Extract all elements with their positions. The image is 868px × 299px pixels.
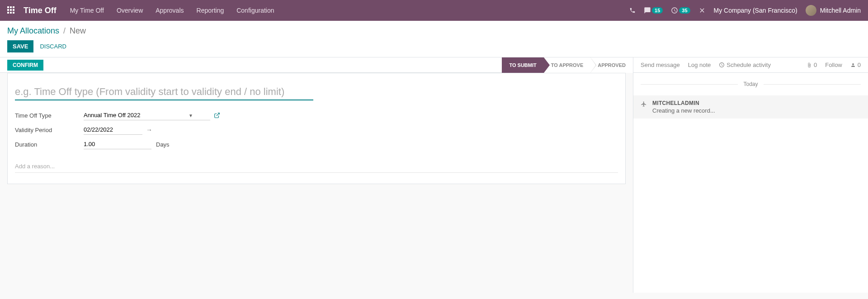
validity-start-input[interactable]	[84, 125, 142, 135]
chatter-actions: Send message Log note Schedule activity …	[633, 57, 868, 73]
plane-icon	[641, 101, 647, 114]
label-time-off-type: Time Off Type	[15, 112, 84, 119]
paperclip-icon	[807, 62, 812, 68]
top-nav: Time Off My Time Off Overview Approvals …	[0, 0, 868, 21]
message-body: MITCHELLADMIN Creating a new record...	[652, 100, 715, 114]
nav-links: My Time Off Overview Approvals Reporting…	[70, 7, 274, 14]
avatar	[806, 5, 816, 16]
control-bar: My Allocations / New SAVE DISCARD	[0, 21, 868, 57]
activities-badge: 35	[679, 7, 690, 14]
status-step-to-approve[interactable]: TO APPROVE	[544, 57, 591, 73]
date-separator-label: Today	[738, 81, 763, 87]
external-link-icon[interactable]	[214, 112, 220, 119]
activities-icon[interactable]: 35	[671, 7, 690, 14]
breadcrumb-parent[interactable]: My Allocations	[7, 26, 59, 35]
attachments-button[interactable]: 0	[807, 62, 817, 68]
title-input[interactable]	[15, 84, 313, 100]
app-brand[interactable]: Time Off	[24, 6, 57, 15]
schedule-activity-label: Schedule activity	[726, 62, 771, 68]
status-step-to-submit[interactable]: TO SUBMIT	[502, 57, 543, 73]
user-menu[interactable]: Mitchell Admin	[806, 5, 861, 16]
form-area: CONFIRM TO SUBMIT TO APPROVE APPROVED Ti…	[0, 57, 633, 293]
form-sheet: Time Off Type ▼ Validity Period → Durati…	[7, 73, 626, 184]
breadcrumb-current: New	[70, 26, 86, 35]
debug-icon[interactable]	[698, 7, 706, 14]
discard-button[interactable]: DISCARD	[40, 43, 66, 50]
nav-link-approvals[interactable]: Approvals	[156, 7, 184, 14]
field-row-duration: Duration Days	[15, 139, 618, 149]
breadcrumb-separator: /	[63, 26, 66, 35]
schedule-activity-button[interactable]: Schedule activity	[719, 62, 771, 68]
user-name: Mitchell Admin	[820, 7, 861, 14]
phone-icon[interactable]	[629, 7, 636, 14]
main: CONFIRM TO SUBMIT TO APPROVE APPROVED Ti…	[0, 57, 868, 293]
message-author: MITCHELLADMIN	[652, 100, 715, 106]
clock-icon	[719, 62, 725, 68]
label-duration: Duration	[15, 141, 84, 148]
nav-link-reporting[interactable]: Reporting	[197, 7, 224, 14]
action-row: SAVE DISCARD	[7, 40, 861, 57]
chatter-sidebar: Send message Log note Schedule activity …	[633, 57, 868, 293]
status-bar: CONFIRM TO SUBMIT TO APPROVE APPROVED	[0, 57, 633, 73]
nav-link-my-time-off[interactable]: My Time Off	[70, 7, 104, 14]
save-button[interactable]: SAVE	[7, 40, 33, 52]
follow-button[interactable]: Follow	[825, 62, 842, 68]
person-icon	[850, 62, 856, 68]
duration-input[interactable]	[84, 139, 151, 149]
log-note-button[interactable]: Log note	[688, 62, 711, 68]
chatter-right: 0 Follow 0	[807, 62, 861, 68]
label-validity-period: Validity Period	[15, 127, 84, 133]
time-off-type-dropdown[interactable]: ▼	[84, 110, 220, 120]
confirm-button[interactable]: CONFIRM	[7, 60, 43, 71]
company-switcher[interactable]: My Company (San Francisco)	[714, 7, 797, 14]
attachments-count: 0	[814, 62, 817, 68]
apps-icon[interactable]	[7, 6, 15, 14]
message-text: Creating a new record...	[652, 107, 715, 114]
nav-right: 15 35 My Company (San Francisco) Mitchel…	[629, 5, 861, 16]
reason-input[interactable]	[15, 160, 618, 173]
send-message-button[interactable]: Send message	[641, 62, 680, 68]
date-separator: Today	[633, 81, 868, 87]
status-step-approved[interactable]: APPROVED	[590, 57, 633, 73]
breadcrumb: My Allocations / New	[7, 26, 861, 36]
arrow-right-icon: →	[146, 126, 152, 133]
messages-icon[interactable]: 15	[644, 7, 663, 14]
field-row-type: Time Off Type ▼	[15, 110, 618, 120]
messages-badge: 15	[652, 7, 663, 14]
nav-link-configuration[interactable]: Configuration	[236, 7, 274, 14]
nav-link-overview[interactable]: Overview	[117, 7, 143, 14]
duration-unit: Days	[156, 141, 170, 148]
status-steps: TO SUBMIT TO APPROVE APPROVED	[502, 57, 633, 73]
followers-count: 0	[858, 62, 861, 68]
followers-button[interactable]: 0	[850, 62, 861, 68]
chatter-message: MITCHELLADMIN Creating a new record...	[633, 95, 868, 119]
svg-line-0	[217, 113, 219, 116]
field-row-validity: Validity Period →	[15, 125, 618, 135]
time-off-type-input[interactable]	[84, 110, 210, 120]
